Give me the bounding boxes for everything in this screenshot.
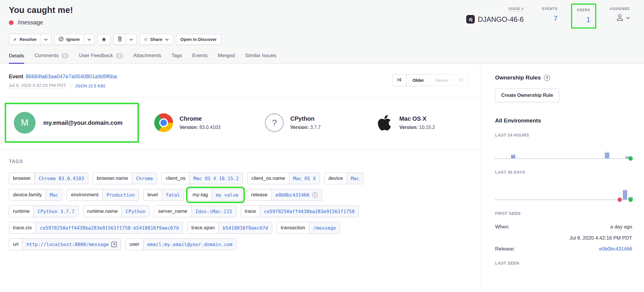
tag-key: release: [247, 189, 271, 200]
event-label: Event: [9, 74, 23, 79]
tag-key: device.family: [9, 189, 46, 200]
issue-tabs: DetailsComments0User Feedback0Attachment…: [9, 53, 630, 64]
tab-label: Merged: [218, 53, 235, 59]
browser-version: 83.0.4103: [200, 125, 220, 130]
tag-value-link[interactable]: ce5978250aff4438ba283e91561f1758: [260, 206, 358, 217]
first-seen-relative: a day ago: [610, 224, 632, 231]
tab-events[interactable]: Events: [192, 53, 208, 64]
page-title: You caught me!: [9, 5, 73, 15]
os-version-label: Version:: [399, 125, 418, 130]
tag-client_os.name: client_os.nameMac OS X: [247, 172, 320, 184]
release-link[interactable]: e0b0bc431466: [599, 246, 632, 252]
event-frequency-bar: [511, 154, 515, 158]
bookmark-star-button[interactable]: ★: [97, 34, 110, 45]
raw-json-link[interactable]: JSON (3.5 KB): [75, 83, 105, 89]
ownership-rules-heading: Ownership Rules: [495, 74, 541, 81]
tag-value-link[interactable]: ce5978250aff4438ba283e91561f1758-b541881…: [36, 222, 182, 233]
event-timestamp: Jul 9, 2020 5:32:23 PM PDT: [9, 83, 66, 89]
ignore-dropdown-button[interactable]: [84, 34, 94, 45]
tag-value: b5418816f9aec67d: [223, 225, 268, 231]
tag-value-link[interactable]: Chrome 83.0.4103: [34, 173, 88, 184]
tag-value-link[interactable]: e0b0bc431466i: [271, 189, 322, 200]
issue-short-id: DJANGO-46-6: [478, 15, 524, 24]
help-icon[interactable]: ?: [544, 75, 550, 81]
tag-value-link[interactable]: Mac: [347, 173, 363, 184]
users-count[interactable]: 1: [577, 16, 590, 24]
delete-dropdown-button[interactable]: [126, 34, 137, 45]
tag-key: level: [144, 189, 162, 200]
tab-attachments[interactable]: Attachments: [133, 53, 161, 64]
first-seen-label: FIRST SEEN: [495, 211, 632, 216]
tag-client_os: client_osMac OS X 10.15.2: [162, 172, 243, 184]
open-in-discover-button[interactable]: Open in Discover: [176, 34, 221, 45]
when-label: When:: [495, 224, 509, 230]
django-platform-icon: dj: [466, 15, 475, 24]
older-event-button[interactable]: Older: [406, 74, 430, 86]
info-icon[interactable]: i: [312, 192, 318, 198]
mute-icon: [59, 36, 64, 42]
last-30-days-chart: [495, 178, 632, 202]
tag-value-link[interactable]: Mac OS X: [289, 173, 320, 184]
event-id-link[interactable]: 86684fa63aa047e7a0540801a9d9f6ba: [26, 74, 117, 79]
share-label: Share: [150, 37, 162, 42]
first-seen-absolute: Jul 8, 2020 4:42:16 PM PDT: [495, 235, 632, 241]
create-ownership-rule-button[interactable]: Create Ownership Rule: [495, 89, 559, 102]
tab-similar-issues[interactable]: Similar Issues: [245, 53, 276, 64]
tag-value-link[interactable]: Production: [102, 189, 139, 200]
tag-value-link[interactable]: fatal: [162, 189, 184, 200]
event-context-summary: M my.email@your.domain.com Chrome Versio…: [0, 97, 480, 149]
tag-key: runtime.name: [83, 206, 122, 217]
chevron-down-icon: [87, 37, 91, 42]
stat-assignee: ASSIGNEE: [610, 6, 630, 23]
tag-value-link[interactable]: b5418816f9aec67d: [219, 222, 272, 233]
tag-value-link[interactable]: CPython 3.7.7: [34, 206, 78, 217]
share-button[interactable]: Share: [140, 34, 173, 45]
tab-user-feedback[interactable]: User Feedback0: [79, 53, 123, 64]
delete-button[interactable]: [113, 34, 126, 45]
issue-number-label: ISSUE #: [509, 7, 524, 12]
resolve-label: Resolve: [20, 37, 37, 42]
issue-stats: ISSUE # dj DJANGO-46-6 EVENTS 7 USERS 1 …: [466, 5, 630, 25]
tag-value-link[interactable]: CPython: [122, 206, 149, 217]
tab-count-badge: 0: [61, 53, 69, 59]
runtime-context-card: ? CPython Version: 3.7.7: [250, 113, 360, 132]
ignore-label: Ignore: [66, 37, 80, 42]
tag-key: browser.name: [93, 173, 132, 184]
ignore-button[interactable]: Ignore: [54, 34, 84, 45]
runtime-version-label: Version:: [290, 125, 309, 130]
tag-key: user: [126, 239, 143, 250]
os-context-card: Mac OS X Version: 10.15.2: [361, 113, 471, 132]
tag-environment: environmentProduction: [67, 189, 139, 201]
tab-tags[interactable]: Tags: [171, 53, 182, 64]
tag-value-link[interactable]: Mac: [46, 189, 62, 200]
skip-to-first-icon: [397, 78, 401, 83]
tag-value-link[interactable]: Idos-iMac-215: [191, 206, 236, 217]
tag-key: url: [9, 239, 22, 250]
tag-value-link[interactable]: Chrome: [132, 173, 157, 184]
chevron-down-icon: [44, 37, 48, 42]
tab-details[interactable]: Details: [9, 53, 24, 64]
resolve-button[interactable]: ✓ Resolve: [9, 34, 41, 45]
events-count[interactable]: 7: [542, 14, 557, 23]
event-details-panel: Event86684fa63aa047e7a0540801a9d9f6ba Ju…: [0, 64, 480, 292]
assignee-dropdown[interactable]: [610, 13, 630, 23]
tag-value-link[interactable]: my value: [212, 189, 242, 200]
tab-merged[interactable]: Merged: [218, 53, 235, 64]
oldest-event-button[interactable]: [392, 74, 406, 86]
tab-label: Events: [192, 53, 208, 59]
tab-comments[interactable]: Comments0: [34, 53, 69, 64]
tag-value-link[interactable]: /message: [309, 222, 340, 233]
browser-context-card: Chrome Version: 83.0.4103: [139, 113, 250, 132]
user-email: my.email@your.domain.com: [43, 120, 122, 126]
tag-key: browser: [9, 173, 34, 184]
tag-value-link[interactable]: http://localhost:8000/message: [22, 239, 121, 250]
assignee-label: ASSIGNEE: [610, 7, 630, 11]
tag-value-link[interactable]: Mac OS X 10.15.2: [189, 173, 243, 184]
tags-heading: TAGS: [9, 159, 471, 164]
apple-icon: [376, 113, 393, 132]
first-seen-marker: [618, 198, 622, 202]
external-link-icon[interactable]: [111, 242, 117, 247]
resolve-dropdown-button[interactable]: [41, 34, 51, 45]
tag-value: Mac: [351, 176, 359, 181]
tag-value-link[interactable]: email:my.email@your.domain.com: [143, 239, 236, 250]
